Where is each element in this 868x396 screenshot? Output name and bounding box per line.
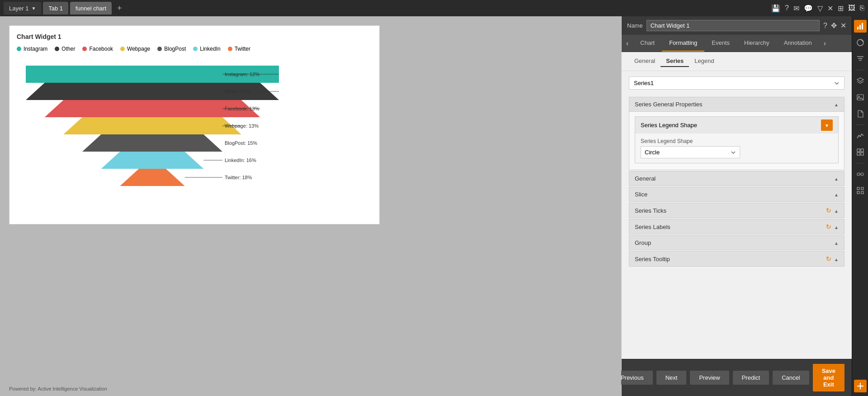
settings-icon[interactable]: ✕ (827, 4, 833, 13)
subtab-general[interactable]: General (629, 56, 660, 67)
tab-tab1[interactable]: Tab 1 (43, 2, 68, 14)
group-header[interactable]: Group (629, 236, 844, 250)
funnel-segment (120, 169, 184, 186)
right-panel: Name ? ✥ ✕ ‹ Chart Formatting Events Hie… (621, 16, 852, 396)
sidebar-separator-3 (856, 163, 865, 163)
filter-icon[interactable]: ▽ (817, 4, 823, 13)
move-icon[interactable]: ✥ (831, 21, 837, 30)
subtab-legend[interactable]: Legend (689, 56, 719, 67)
series-general-icons (834, 101, 839, 108)
cancel-button[interactable]: Cancel (773, 371, 809, 385)
preview-button[interactable]: Preview (690, 371, 729, 385)
series-ticks-collapse-icon[interactable] (834, 207, 839, 214)
help-panel-icon[interactable]: ? (823, 22, 827, 30)
sidebar-bottom-icon[interactable] (854, 380, 867, 392)
close-panel-icon[interactable]: ✕ (840, 21, 846, 30)
series-tooltip-refresh-icon[interactable] (826, 255, 831, 262)
sidebar-grid-icon[interactable] (854, 146, 867, 158)
sidebar-filter-icon[interactable] (854, 52, 867, 65)
panel-body: Series1 Series General Properties Series… (622, 71, 852, 359)
funnel-label-text: Twitter: 18% (225, 175, 252, 180)
group-label: Group (635, 239, 651, 246)
legend-dot (17, 47, 21, 51)
series-labels-collapse-icon[interactable] (834, 224, 839, 230)
save-exit-button[interactable]: Save and Exit (813, 364, 844, 391)
legend-dot (193, 47, 198, 51)
funnel-label-text: Other: 12% (225, 89, 250, 94)
widget-name-input[interactable] (646, 20, 820, 31)
series-legend-shape-section: Series Legend Shape Series Legend Shape … (635, 116, 839, 163)
grid-icon[interactable]: ⊞ (838, 4, 844, 13)
sidebar-analytics-icon[interactable] (854, 129, 867, 142)
tab-hierarchy[interactable]: Hierarchy (737, 35, 777, 52)
group-collapse-icon[interactable] (834, 239, 839, 246)
next-button[interactable]: Next (656, 371, 687, 385)
slice-collapse-icon[interactable] (834, 191, 839, 198)
tab-layer1[interactable]: Layer 1 ▼ (4, 2, 41, 14)
topbar-icons: 💾 ? ✉ 💬 ▽ ✕ ⊞ 🖼 ⎘ (771, 4, 864, 13)
nav-next-arrow[interactable]: › (819, 36, 830, 51)
nav-prev-arrow[interactable]: ‹ (622, 36, 633, 51)
series-general-properties-header[interactable]: Series General Properties (629, 97, 844, 111)
funnel-label-text: Webpage: 13% (225, 123, 259, 129)
legend-label: Twitter (235, 46, 250, 52)
copy-icon[interactable]: ⎘ (860, 4, 864, 12)
series-tooltip-collapse-icon[interactable] (834, 256, 839, 262)
tab-funnel-chart[interactable]: funnel chart (70, 2, 112, 14)
sidebar-widget-icon[interactable] (854, 184, 867, 197)
tab-events[interactable]: Events (704, 35, 737, 52)
series-legend-shape-select[interactable]: Circle Square Diamond (641, 146, 740, 158)
funnel-segment (82, 134, 222, 152)
svg-rect-2 (862, 23, 863, 29)
sidebar-layers-icon[interactable] (854, 75, 867, 87)
series-general-collapse-icon[interactable] (834, 101, 839, 108)
tab-annotation[interactable]: Annotation (777, 35, 819, 52)
svg-rect-13 (861, 187, 863, 190)
funnel-label-text: Facebook: 13% (225, 106, 259, 111)
series-dropdown[interactable]: Series1 (629, 76, 844, 90)
slice-header[interactable]: Slice (629, 187, 844, 201)
sidebar-image-icon[interactable] (854, 91, 867, 104)
series-ticks-header[interactable]: Series Ticks (629, 203, 844, 218)
funnel-label-text: Instagram: 12% (225, 72, 259, 77)
sub-tabs: General Series Legend (622, 52, 852, 71)
legend-item: Facebook (82, 46, 113, 52)
funnel-segment (63, 117, 241, 134)
legend-item: Twitter (228, 46, 250, 52)
tab-formatting[interactable]: Formatting (662, 35, 704, 52)
svg-rect-1 (859, 25, 861, 29)
general-header[interactable]: General (629, 172, 844, 186)
series-tooltip-header[interactable]: Series Tooltip (629, 252, 844, 266)
funnel-label: funnel chart (75, 5, 106, 12)
subtab-series[interactable]: Series (660, 56, 689, 67)
series-legend-shape-toggle-icon[interactable] (821, 119, 833, 131)
sidebar-chart-icon[interactable] (854, 20, 867, 33)
series-legend-shape-select-wrap: Circle Square Diamond (641, 146, 833, 158)
help-icon[interactable]: ? (785, 4, 789, 12)
funnel-label-text: BlogPost: 15% (225, 140, 257, 146)
series-ticks-refresh-icon[interactable] (826, 207, 831, 214)
svg-rect-6 (857, 149, 860, 152)
image-icon[interactable]: 🖼 (848, 4, 855, 12)
predict-button[interactable]: Predict (733, 371, 769, 385)
add-tab-button[interactable]: + (113, 4, 126, 13)
legend-item: LinkedIn (193, 46, 220, 52)
series-legend-shape-header[interactable]: Series Legend Shape (635, 117, 838, 134)
mail-icon[interactable]: ✉ (793, 4, 799, 13)
save-icon[interactable]: 💾 (771, 4, 780, 13)
series-general-body: Series Legend Shape Series Legend Shape … (629, 111, 844, 170)
sidebar-file-icon[interactable] (854, 107, 867, 120)
series-tooltip-icons (826, 255, 839, 262)
legend-label: Instagram (24, 46, 47, 52)
sidebar-group-icon[interactable] (854, 168, 867, 181)
chat-icon[interactable]: 💬 (804, 4, 813, 13)
right-sidebar (852, 16, 868, 396)
series-labels-refresh-icon[interactable] (826, 223, 831, 230)
series-labels-section: Series Labels (629, 219, 844, 234)
series-labels-header[interactable]: Series Labels (629, 219, 844, 234)
series-general-properties-section: Series General Properties Series Legend … (629, 97, 844, 170)
general-collapse-icon[interactable] (834, 175, 839, 182)
series-legend-shape-field-label: Series Legend Shape (641, 138, 833, 144)
tab-chart[interactable]: Chart (633, 35, 662, 52)
sidebar-data-icon[interactable] (854, 36, 867, 49)
